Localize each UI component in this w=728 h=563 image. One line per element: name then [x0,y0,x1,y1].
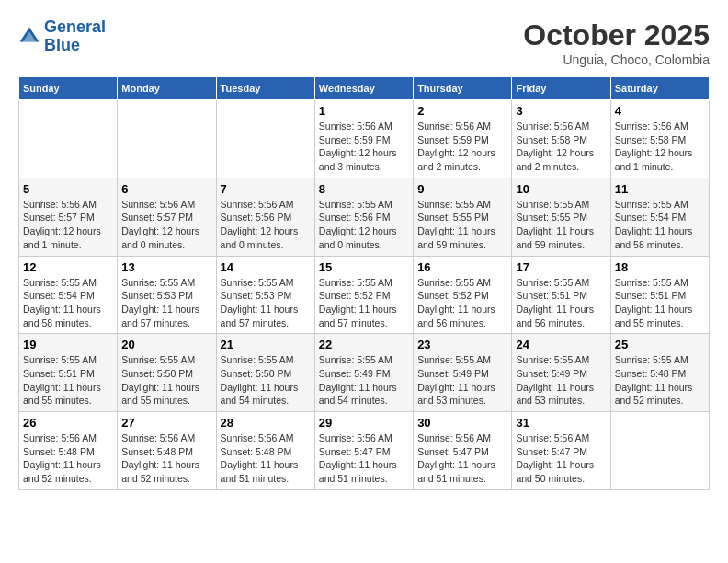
calendar-cell: 25Sunrise: 5:55 AM Sunset: 5:48 PM Dayli… [610,334,709,412]
day-number: 7 [221,182,311,196]
calendar-cell [610,412,709,490]
day-number: 21 [221,338,311,351]
day-info: Sunrise: 5:56 AM Sunset: 5:48 PM Dayligh… [221,431,311,486]
day-info: Sunrise: 5:55 AM Sunset: 5:50 PM Dayligh… [221,353,311,408]
day-number: 22 [319,338,409,351]
logo: General Blue [18,18,106,55]
day-info: Sunrise: 5:55 AM Sunset: 5:49 PM Dayligh… [516,353,606,408]
calendar-cell: 24Sunrise: 5:55 AM Sunset: 5:49 PM Dayli… [512,334,610,412]
day-number: 13 [121,260,211,274]
day-info: Sunrise: 5:56 AM Sunset: 5:58 PM Dayligh… [615,120,705,174]
calendar-cell: 16Sunrise: 5:55 AM Sunset: 5:52 PM Dayli… [414,256,512,334]
day-info: Sunrise: 5:55 AM Sunset: 5:49 PM Dayligh… [417,353,507,408]
day-number: 8 [319,182,409,196]
calendar-cell: 13Sunrise: 5:55 AM Sunset: 5:53 PM Dayli… [118,256,216,334]
calendar-cell: 19Sunrise: 5:55 AM Sunset: 5:51 PM Dayli… [19,334,118,412]
calendar-cell: 18Sunrise: 5:55 AM Sunset: 5:51 PM Dayli… [610,256,709,334]
day-info: Sunrise: 5:55 AM Sunset: 5:49 PM Dayligh… [319,353,409,408]
calendar-cell: 3Sunrise: 5:56 AM Sunset: 5:58 PM Daylig… [512,100,610,178]
day-number: 28 [221,416,311,430]
weekday-header-row: SundayMondayTuesdayWednesdayThursdayFrid… [19,77,710,100]
day-number: 4 [615,104,705,118]
day-info: Sunrise: 5:55 AM Sunset: 5:54 PM Dayligh… [23,276,113,330]
day-number: 27 [121,416,211,430]
day-info: Sunrise: 5:55 AM Sunset: 5:56 PM Dayligh… [319,198,409,252]
day-number: 14 [221,260,311,274]
day-number: 11 [615,182,705,196]
calendar-cell: 28Sunrise: 5:56 AM Sunset: 5:48 PM Dayli… [216,412,314,490]
day-info: Sunrise: 5:56 AM Sunset: 5:47 PM Dayligh… [417,431,507,486]
day-info: Sunrise: 5:56 AM Sunset: 5:58 PM Dayligh… [516,120,606,174]
day-number: 31 [516,416,606,430]
day-info: Sunrise: 5:56 AM Sunset: 5:57 PM Dayligh… [23,198,113,252]
calendar-cell: 29Sunrise: 5:56 AM Sunset: 5:47 PM Dayli… [314,412,413,490]
day-info: Sunrise: 5:56 AM Sunset: 5:56 PM Dayligh… [221,198,311,252]
calendar-week-row: 26Sunrise: 5:56 AM Sunset: 5:48 PM Dayli… [19,412,710,490]
day-info: Sunrise: 5:55 AM Sunset: 5:55 PM Dayligh… [516,198,606,252]
calendar-cell: 11Sunrise: 5:55 AM Sunset: 5:54 PM Dayli… [610,178,709,256]
calendar-cell: 5Sunrise: 5:56 AM Sunset: 5:57 PM Daylig… [19,178,118,256]
calendar-cell [19,100,118,178]
calendar-cell: 30Sunrise: 5:56 AM Sunset: 5:47 PM Dayli… [414,412,512,490]
calendar-week-row: 1Sunrise: 5:56 AM Sunset: 5:59 PM Daylig… [19,100,710,178]
day-info: Sunrise: 5:56 AM Sunset: 5:59 PM Dayligh… [417,120,507,174]
calendar-cell: 17Sunrise: 5:55 AM Sunset: 5:51 PM Dayli… [512,256,610,334]
weekday-header: Saturday [610,77,709,100]
logo-line1: General [44,17,106,36]
calendar-cell: 12Sunrise: 5:55 AM Sunset: 5:54 PM Dayli… [19,256,118,334]
weekday-header: Wednesday [314,77,413,100]
day-info: Sunrise: 5:55 AM Sunset: 5:48 PM Dayligh… [615,353,705,408]
page-header: General Blue October 2025 Unguia, Choco,… [18,18,710,67]
calendar-cell: 22Sunrise: 5:55 AM Sunset: 5:49 PM Dayli… [314,334,413,412]
day-info: Sunrise: 5:55 AM Sunset: 5:51 PM Dayligh… [615,276,705,330]
logo-line2: Blue [44,36,80,54]
day-info: Sunrise: 5:56 AM Sunset: 5:48 PM Dayligh… [23,431,113,486]
calendar-cell: 23Sunrise: 5:55 AM Sunset: 5:49 PM Dayli… [414,334,512,412]
day-number: 17 [516,260,606,274]
day-number: 12 [23,260,113,274]
day-number: 3 [516,104,606,118]
calendar-cell: 1Sunrise: 5:56 AM Sunset: 5:59 PM Daylig… [314,100,413,178]
calendar-cell: 7Sunrise: 5:56 AM Sunset: 5:56 PM Daylig… [216,178,314,256]
day-info: Sunrise: 5:55 AM Sunset: 5:52 PM Dayligh… [319,276,409,330]
calendar-cell [118,100,216,178]
day-number: 1 [319,104,409,118]
month-title: October 2025 [523,18,710,52]
day-info: Sunrise: 5:55 AM Sunset: 5:53 PM Dayligh… [221,276,311,330]
day-number: 23 [417,338,507,351]
day-info: Sunrise: 5:56 AM Sunset: 5:47 PM Dayligh… [319,431,409,486]
day-number: 20 [121,338,211,351]
calendar-cell: 10Sunrise: 5:55 AM Sunset: 5:55 PM Dayli… [512,178,610,256]
weekday-header: Tuesday [216,77,314,100]
day-number: 30 [417,416,507,430]
calendar-cell: 26Sunrise: 5:56 AM Sunset: 5:48 PM Dayli… [19,412,118,490]
calendar-cell: 31Sunrise: 5:56 AM Sunset: 5:47 PM Dayli… [512,412,610,490]
calendar-week-row: 19Sunrise: 5:55 AM Sunset: 5:51 PM Dayli… [19,334,710,412]
calendar-cell: 8Sunrise: 5:55 AM Sunset: 5:56 PM Daylig… [314,178,413,256]
day-info: Sunrise: 5:55 AM Sunset: 5:51 PM Dayligh… [516,276,606,330]
day-info: Sunrise: 5:55 AM Sunset: 5:55 PM Dayligh… [417,198,507,252]
day-info: Sunrise: 5:55 AM Sunset: 5:51 PM Dayligh… [23,353,113,408]
logo-icon [18,26,40,48]
calendar-cell: 9Sunrise: 5:55 AM Sunset: 5:55 PM Daylig… [414,178,512,256]
day-number: 2 [417,104,507,118]
calendar-cell: 20Sunrise: 5:55 AM Sunset: 5:50 PM Dayli… [118,334,216,412]
day-info: Sunrise: 5:55 AM Sunset: 5:52 PM Dayligh… [417,276,507,330]
day-info: Sunrise: 5:56 AM Sunset: 5:59 PM Dayligh… [319,120,409,174]
day-number: 6 [121,182,211,196]
day-info: Sunrise: 5:56 AM Sunset: 5:47 PM Dayligh… [516,431,606,486]
day-number: 25 [615,338,705,351]
calendar-cell: 6Sunrise: 5:56 AM Sunset: 5:57 PM Daylig… [118,178,216,256]
day-number: 9 [417,182,507,196]
weekday-header: Sunday [19,77,118,100]
calendar-cell: 14Sunrise: 5:55 AM Sunset: 5:53 PM Dayli… [216,256,314,334]
day-number: 19 [23,338,113,351]
day-number: 10 [516,182,606,196]
calendar-cell: 21Sunrise: 5:55 AM Sunset: 5:50 PM Dayli… [216,334,314,412]
day-number: 26 [23,416,113,430]
day-info: Sunrise: 5:55 AM Sunset: 5:54 PM Dayligh… [615,198,705,252]
weekday-header: Friday [512,77,610,100]
calendar-cell: 4Sunrise: 5:56 AM Sunset: 5:58 PM Daylig… [610,100,709,178]
day-number: 5 [23,182,113,196]
calendar-cell: 27Sunrise: 5:56 AM Sunset: 5:48 PM Dayli… [118,412,216,490]
